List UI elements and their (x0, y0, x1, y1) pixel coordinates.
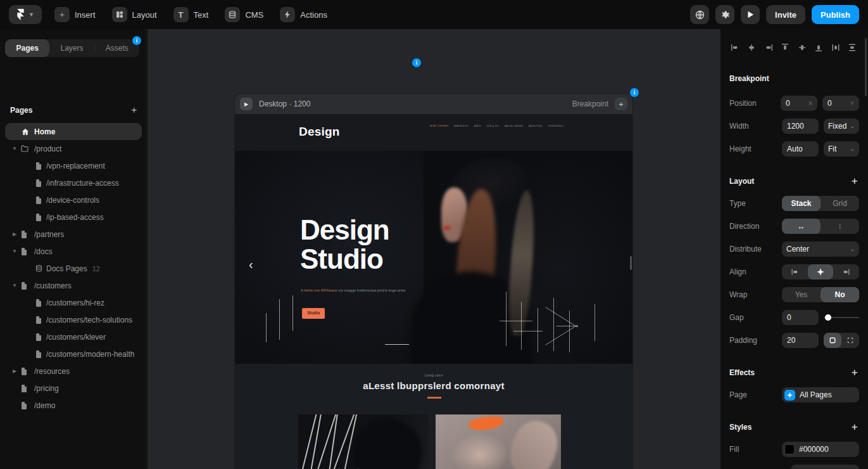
add-effect-button[interactable]: ＋ (850, 366, 859, 378)
info-badge-icon[interactable]: i (630, 88, 639, 97)
breakpoint-frame-desktop[interactable]: ▶ Desktop · 1200 Breakpoint ＋ Design HOE… (235, 94, 632, 469)
tree-item-resources[interactable]: ▶ /resources (0, 363, 147, 380)
info-badge-icon[interactable]: i (132, 36, 141, 45)
position-x-input[interactable]: 0 X (781, 96, 817, 111)
publish-button[interactable]: Publish (812, 5, 859, 24)
gap-slider-knob[interactable] (825, 314, 831, 321)
tree-item-infrastructure-access[interactable]: /infrastructure-access (0, 174, 147, 191)
padding-individual-icon[interactable] (841, 333, 859, 348)
tree-item-customers-hi-rez[interactable]: /customers/hi-rez (0, 294, 147, 311)
tree-item-customers-klever[interactable]: /customers/klever (0, 328, 147, 345)
panel-scrollbar[interactable] (865, 38, 867, 96)
carousel-prev-icon: ‹ (249, 257, 253, 272)
type-stack-option[interactable]: Stack (782, 196, 821, 211)
width-mode-select[interactable]: Fixed ⌄ (824, 119, 859, 134)
distribute-label: Distribute (729, 245, 782, 254)
menu-insert[interactable]: ＋ Insert (54, 7, 96, 22)
menu-actions[interactable]: Actions (280, 7, 327, 22)
align-center-vertical-icon[interactable] (795, 41, 809, 55)
tab-pages[interactable]: Pages (5, 39, 49, 57)
distribute-select[interactable]: Center ⌄ (782, 241, 859, 257)
tree-item-product[interactable]: ▼ /product (0, 140, 147, 157)
canvas-scrollbar[interactable] (630, 256, 632, 270)
tree-item-device-controls[interactable]: /device-controls (0, 191, 147, 209)
type-grid-option[interactable]: Grid (821, 196, 859, 211)
tab-layers[interactable]: Layers (49, 39, 94, 57)
info-badge-icon[interactable]: i (412, 58, 421, 67)
gear-icon[interactable] (715, 5, 734, 24)
database-icon (225, 7, 240, 22)
caret-right-icon[interactable]: ▶ (11, 368, 18, 374)
page-icon (35, 316, 42, 324)
align-right-icon[interactable] (762, 41, 776, 55)
caret-right-icon[interactable]: ▶ (11, 231, 18, 237)
site-design[interactable]: Design HOE TOPSHI NAVSGOV ANVI DISQ.IDI … (235, 114, 632, 469)
canvas[interactable]: i i ▶ Desktop · 1200 Breakpoint ＋ Design… (148, 29, 720, 469)
invite-button[interactable]: Invite (766, 5, 805, 24)
left-panel: Pages Layers Assets i Pages ＋ Home ▼ /pr… (0, 29, 147, 469)
gap-slider[interactable] (824, 310, 859, 325)
page-icon (21, 282, 27, 290)
add-breakpoint-button[interactable]: ＋ (615, 98, 627, 110)
align-end-icon[interactable] (833, 264, 859, 279)
fill-color-swatch[interactable] (784, 444, 795, 454)
alignment-toolbar (724, 41, 863, 55)
tree-item-home[interactable]: Home (5, 123, 142, 140)
distribute-horizontal-icon[interactable] (829, 41, 843, 55)
caret-down-icon[interactable]: ▼ (11, 146, 18, 151)
tree-item-customers-modern-health[interactable]: /customers/modern-health (0, 345, 147, 363)
fill-color-button[interactable]: #000000 (782, 442, 859, 457)
decor-line (266, 313, 267, 342)
width-input[interactable]: 1200 (782, 119, 819, 134)
distribute-vertical-icon[interactable] (845, 41, 859, 55)
align-center-horizontal-icon[interactable] (745, 41, 758, 55)
add-style-button[interactable]: ＋ (850, 421, 859, 433)
menu-layout[interactable]: Layout (112, 7, 157, 22)
direction-label: Direction (729, 222, 782, 231)
menu-text[interactable]: T Text (173, 7, 209, 22)
align-start-icon[interactable] (782, 264, 808, 279)
nav-item: NAVSGOV (454, 124, 469, 127)
styles-section-title: Styles (729, 423, 752, 432)
menu-cms[interactable]: CMS (225, 7, 263, 22)
tree-item-demo[interactable]: /demo (0, 397, 147, 414)
globe-icon[interactable] (690, 5, 709, 24)
home-icon (22, 128, 29, 136)
frame-preview-play-icon[interactable]: ▶ (240, 98, 253, 110)
tree-item-vpn-replacement[interactable]: /vpn-replacement (0, 157, 147, 174)
page-effect-label: Page (729, 390, 782, 399)
tree-item-pricing[interactable]: /pricing (0, 380, 147, 397)
direction-horizontal-icon[interactable]: ↔ (782, 219, 821, 234)
tree-item-ip-based-access[interactable]: /ip-based-access (0, 209, 147, 226)
direction-vertical-icon[interactable]: ↕ (821, 219, 859, 234)
tree-item-docs-pages[interactable]: Docs Pages 12 (0, 260, 147, 277)
add-page-button[interactable]: ＋ (129, 104, 139, 116)
padding-input[interactable]: 20 (782, 333, 819, 348)
tree-item-customers[interactable]: ▼ /customers (0, 277, 147, 294)
align-center-icon[interactable] (808, 264, 834, 279)
wrap-no-option[interactable]: No (821, 287, 859, 302)
height-input[interactable]: Auto (782, 141, 819, 157)
align-left-icon[interactable] (728, 41, 742, 55)
next-style-row-partial[interactable] (791, 465, 859, 469)
position-y-input[interactable]: 0 Y (822, 96, 859, 111)
page-icon (35, 333, 42, 341)
padding-uniform-icon[interactable] (824, 333, 841, 348)
play-icon[interactable] (741, 5, 760, 24)
align-bottom-icon[interactable] (812, 41, 826, 55)
collection-count: 12 (92, 265, 100, 273)
gap-input[interactable]: 0 (782, 310, 819, 325)
tree-item-customers-tech-solutions[interactable]: /customers/tech-solutions (0, 311, 147, 328)
remove-layout-button[interactable]: ＋ (850, 175, 859, 187)
tree-item-docs[interactable]: ▼ /docs (0, 243, 147, 260)
frame-header[interactable]: ▶ Desktop · 1200 Breakpoint ＋ (235, 94, 632, 114)
tree-item-partners[interactable]: ▶ /partners (0, 226, 147, 243)
caret-down-icon[interactable]: ▼ (11, 283, 18, 288)
page-effect-button[interactable]: All Pages (782, 387, 859, 402)
height-mode-select[interactable]: Fit ⌄ (824, 141, 859, 157)
caret-down-icon[interactable]: ▼ (11, 248, 18, 254)
wrap-yes-option[interactable]: Yes (782, 287, 821, 302)
align-top-icon[interactable] (778, 41, 792, 55)
framer-logo-menu[interactable]: ▼ (9, 5, 42, 24)
frame-title[interactable]: Desktop · 1200 (259, 100, 310, 108)
